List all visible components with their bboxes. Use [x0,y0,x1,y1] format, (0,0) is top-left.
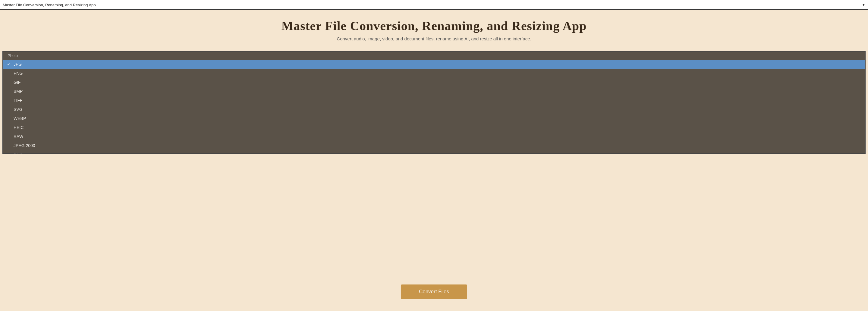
dropdown-item[interactable]: HEIC [3,123,865,132]
chevron-down-icon: ▼ [862,3,865,7]
dropdown-item[interactable]: WEBP [3,114,865,123]
dropdown-item[interactable]: RAW [3,132,865,141]
page-subtitle: Convert audio, image, video, and documen… [6,36,862,41]
dropdown-item[interactable]: SVG [3,105,865,114]
dropdown-item[interactable]: GIF [3,78,865,87]
dropdown-item[interactable]: PNG [3,69,865,78]
dropdown-group-label: Photo [3,52,865,60]
dropdown-item[interactable]: BMP [3,87,865,96]
dropdown-item[interactable]: JPEG 2000 [3,141,865,150]
convert-files-button[interactable]: Convert Files [401,284,467,299]
dropdown-item[interactable]: TIFF [3,96,865,105]
app-selector-label: Master File Conversion, Renaming, and Re… [3,3,96,7]
app-selector[interactable]: Master File Conversion, Renaming, and Re… [0,0,868,10]
page-title: Master File Conversion, Renaming, and Re… [6,19,862,33]
header: Master File Conversion, Renaming, and Re… [0,10,868,53]
format-dropdown[interactable]: Photo JPGPNGGIFBMPTIFFSVGWEBPHEICRAWJPEG… [2,51,866,154]
dropdown-item[interactable]: DNG [3,150,865,154]
dropdown-item[interactable]: JPG [3,60,865,69]
convert-button-container: Convert Files [401,284,467,299]
